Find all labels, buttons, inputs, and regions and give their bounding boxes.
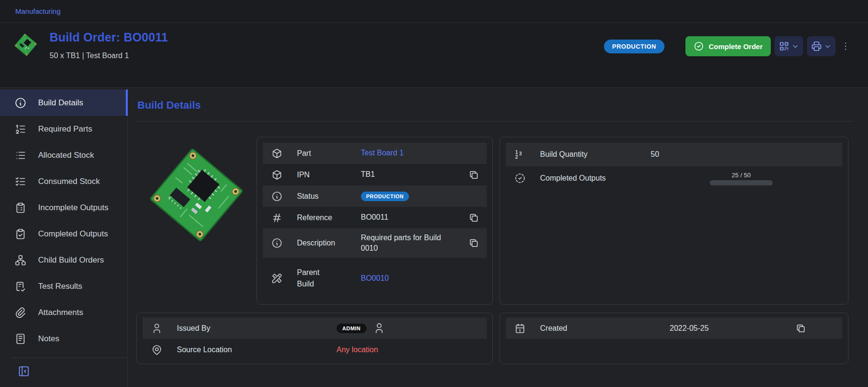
- parent-build-label: Parent Build: [297, 267, 331, 290]
- sidebar-item-build-details[interactable]: Build Details: [0, 90, 127, 116]
- page-subtitle: 50 x TB1 | Test Board 1: [50, 51, 168, 60]
- qrcode-icon: [778, 41, 790, 52]
- title-divider: [136, 121, 854, 122]
- sitemap-icon: [14, 254, 27, 266]
- svg-text:2: 2: [515, 154, 518, 160]
- sidebar-item-completed-outputs[interactable]: Completed Outputs: [0, 221, 127, 247]
- title-block: Build Order: BO0011 50 x TB1 | Test Boar…: [50, 31, 168, 87]
- source-location-label: Source Location: [177, 344, 337, 356]
- created-label: Created: [540, 323, 670, 334]
- breadcrumb: Manufacturing: [0, 0, 868, 23]
- info-circle-icon: [14, 97, 27, 109]
- more-actions-button[interactable]: [840, 36, 851, 56]
- header-actions: PRODUCTION Complete Order: [604, 36, 851, 56]
- detail-panels: Part Test Board 1 IPN TB1: [136, 137, 854, 364]
- completed-outputs-progress: 25 / 50: [710, 172, 773, 185]
- sidebar-item-child-build-orders[interactable]: Child Build Orders: [0, 247, 127, 273]
- progress-bar: [710, 180, 773, 185]
- status-badge: PRODUCTION: [604, 40, 664, 53]
- parent-build-link[interactable]: BO0010: [361, 273, 443, 284]
- copy-ipn-button[interactable]: [469, 170, 479, 180]
- complete-order-button[interactable]: Complete Order: [685, 36, 771, 56]
- sidebar-item-label: Allocated Stock: [38, 151, 94, 160]
- sidebar-item-test-results[interactable]: Test Results: [0, 273, 127, 299]
- detail-row-source-location: Source Location Any location: [143, 339, 487, 360]
- main-region: Build Details Required Parts Allocated S…: [0, 88, 868, 387]
- sidebar-item-label: Completed Outputs: [38, 229, 108, 239]
- status-label: Status: [297, 191, 361, 202]
- reference-label: Reference: [297, 212, 361, 224]
- calendar-icon: [514, 323, 526, 334]
- clipboard-check-icon: [14, 228, 27, 240]
- source-location-value: Any location: [337, 346, 378, 354]
- detail-row-parent-build: Parent Build BO0010: [263, 258, 487, 299]
- sidebar-item-notes[interactable]: Notes: [0, 326, 127, 352]
- panel-title: Build Details: [137, 99, 854, 112]
- clipboard-list-icon: [14, 202, 27, 214]
- info-circle-icon: [271, 191, 283, 202]
- detail-row-completed-outputs: Completed Outputs 25 / 50: [506, 166, 842, 190]
- detail-row-part: Part Test Board 1: [263, 143, 487, 164]
- user-icon: [151, 323, 163, 334]
- copy-description-button[interactable]: [469, 238, 479, 248]
- quantities-card: 1 2 3 Build Quantity 50: [500, 137, 848, 305]
- progress-label: 25 / 50: [732, 172, 751, 179]
- sidebar-item-label: Consumed Stock: [38, 177, 100, 186]
- sidebar-item-label: Child Build Orders: [38, 255, 104, 265]
- sidebar-item-label: Required Parts: [38, 124, 92, 134]
- sidebar-item-consumed-stock[interactable]: Consumed Stock: [0, 168, 127, 194]
- chevron-down-icon: [824, 42, 832, 51]
- chevron-down-icon: [791, 42, 799, 51]
- sidebar-item-label: Attachments: [38, 308, 83, 317]
- list-numbers-icon: [14, 123, 27, 135]
- sidebar-item-label: Notes: [38, 334, 59, 344]
- detail-row-reference: Reference BO0011: [263, 207, 487, 228]
- sidebar-item-attachments[interactable]: Attachments: [0, 299, 127, 326]
- content-area: Build Details Part: [128, 88, 868, 387]
- printer-icon: [811, 41, 822, 52]
- reference-value: BO0011: [361, 212, 443, 223]
- created-value: 2022-05-25: [670, 324, 709, 333]
- paperclip-icon: [14, 306, 27, 319]
- part-label: Part: [297, 148, 361, 159]
- copy-created-button[interactable]: [796, 323, 806, 334]
- build-details-card: Part Test Board 1 IPN TB1: [256, 137, 493, 305]
- description-label: Description: [297, 237, 361, 249]
- box-icon: [271, 148, 283, 159]
- sidebar-collapse-button[interactable]: [0, 361, 31, 378]
- copy-icon: [469, 170, 479, 180]
- sidebar-item-label: Build Details: [38, 98, 83, 108]
- description-value: Required parts for Build 0010: [361, 233, 443, 254]
- detail-row-issued-by: Issued By ADMIN: [143, 317, 487, 339]
- detail-row-created: Created 2022-05-25: [506, 317, 842, 339]
- detail-row-ipn: IPN TB1: [263, 164, 487, 185]
- part-image[interactable]: [136, 137, 256, 250]
- qr-actions-button[interactable]: [775, 36, 803, 56]
- part-link[interactable]: Test Board 1: [361, 148, 443, 158]
- sidebar: Build Details Required Parts Allocated S…: [0, 88, 128, 387]
- ipn-value: TB1: [361, 169, 443, 180]
- build-order-page: Manufacturing Build Order: BO0011 50 x T…: [0, 0, 868, 387]
- status-value-badge: PRODUCTION: [361, 192, 409, 201]
- sidebar-item-label: Test Results: [38, 282, 82, 291]
- completed-outputs-label: Completed Outputs: [540, 173, 651, 184]
- sidebar-item-required-parts[interactable]: Required Parts: [0, 116, 127, 142]
- part-thumbnail-image[interactable]: [12, 31, 39, 58]
- sidebar-collapse-icon: [17, 365, 31, 378]
- sidebar-item-incomplete-outputs[interactable]: Incomplete Outputs: [0, 194, 127, 221]
- dates-card: Created 2022-05-25: [500, 313, 848, 364]
- copy-reference-button[interactable]: [469, 213, 479, 223]
- breadcrumb-link-manufacturing[interactable]: Manufacturing: [15, 7, 61, 15]
- detail-row-build-quantity: 1 2 3 Build Quantity 50: [506, 143, 842, 166]
- sidebar-item-label: Incomplete Outputs: [38, 203, 108, 213]
- hash-icon: [271, 212, 283, 224]
- list-check-icon: [14, 175, 27, 188]
- detail-row-description: Description Required parts for Build 001…: [263, 228, 487, 258]
- complete-order-label: Complete Order: [709, 42, 763, 51]
- user-avatar-icon: [373, 322, 385, 334]
- page-header: Build Order: BO0011 50 x TB1 | Test Boar…: [0, 23, 868, 88]
- print-actions-button[interactable]: [807, 36, 836, 56]
- circle-check-icon: [694, 41, 704, 51]
- sidebar-item-allocated-stock[interactable]: Allocated Stock: [0, 142, 127, 168]
- copy-icon: [469, 213, 479, 223]
